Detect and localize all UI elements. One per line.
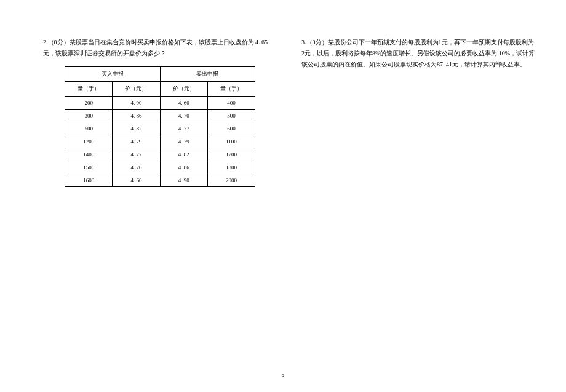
table-cell: 4. 60	[113, 174, 160, 187]
table-cell: 4. 70	[113, 161, 160, 174]
table-cell: 4. 70	[160, 110, 207, 122]
table-row: 15004. 704. 861800	[65, 161, 255, 174]
table-cell: 4. 60	[160, 97, 207, 110]
table-cell: 1700	[207, 148, 255, 161]
table-cell: 4. 82	[113, 122, 160, 135]
table-cell: 4. 86	[113, 110, 160, 122]
table-cell: 1600	[65, 174, 113, 187]
table-cell: 1400	[65, 148, 113, 161]
table-row: 12004. 794. 791100	[65, 135, 255, 148]
table-cell: 4. 90	[160, 174, 207, 187]
table-cell: 400	[207, 97, 255, 110]
table-row: 16004. 604. 902000	[65, 174, 255, 187]
table-cell: 4. 77	[113, 148, 160, 161]
table-cell: 4. 86	[160, 161, 207, 174]
table-row: 14004. 774. 821700	[65, 148, 255, 161]
table-row: 2004. 904. 60400	[65, 97, 255, 110]
question-2-text: 2.（8分）某股票当日在集合竞价时买卖申报价格如下表，该股票上日收盘价为 4. …	[43, 37, 277, 59]
page-number: 3	[282, 373, 285, 380]
question-3-text: 3.（8分）某股份公司下一年预期支付的每股股利为1元，再下一年预期支付每股股利为…	[301, 37, 535, 70]
table-cell: 1200	[65, 135, 113, 148]
table-cell: 1500	[65, 161, 113, 174]
order-table: 买入申报 卖出申报 量（手） 价（元） 价（元） 量（手） 2004. 904.…	[65, 66, 255, 187]
table-cell: 4. 77	[160, 122, 207, 135]
table-cell: 500	[207, 110, 255, 122]
table-cell: 600	[207, 122, 255, 135]
table-cell: 4. 79	[160, 135, 207, 148]
col-sell-price: 价（元）	[160, 82, 207, 97]
table-row: 3004. 864. 70500	[65, 110, 255, 122]
table-cell: 4. 79	[113, 135, 160, 148]
table-cell: 2000	[207, 174, 255, 187]
table-cell: 200	[65, 97, 113, 110]
table-cell: 4. 82	[160, 148, 207, 161]
table-cell: 1100	[207, 135, 255, 148]
table-cell: 500	[65, 122, 113, 135]
col-buy-price: 价（元）	[113, 82, 160, 97]
header-sell: 卖出申报	[160, 67, 255, 82]
header-buy: 买入申报	[65, 67, 161, 82]
col-buy-qty: 量（手）	[65, 82, 113, 97]
table-row: 5004. 824. 77600	[65, 122, 255, 135]
col-sell-qty: 量（手）	[207, 82, 255, 97]
table-cell: 4. 90	[113, 97, 160, 110]
table-cell: 300	[65, 110, 113, 122]
table-cell: 1800	[207, 161, 255, 174]
